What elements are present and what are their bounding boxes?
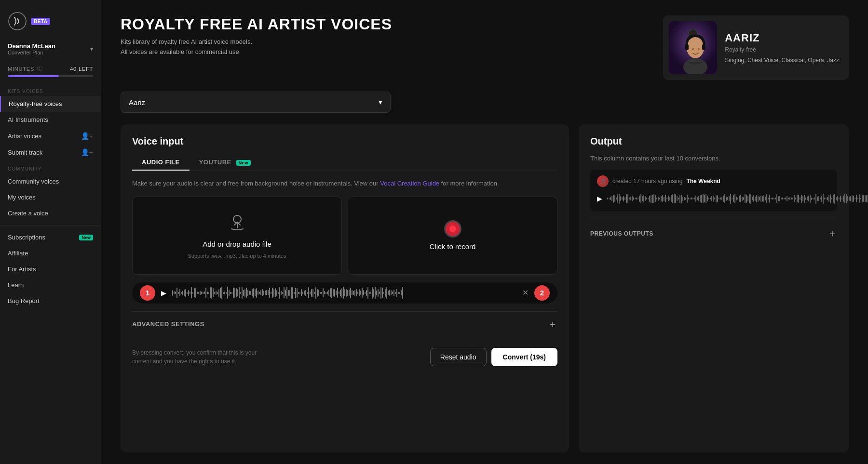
- play-button[interactable]: ▶: [161, 289, 166, 297]
- user-plan: Converter Plan: [8, 50, 55, 55]
- output-play-button[interactable]: ▶: [597, 195, 602, 202]
- kits-voices-section-label: KITS VOICES: [0, 83, 101, 96]
- output-subtitle: This column contains your last 10 conver…: [590, 155, 837, 162]
- tab-audio-file[interactable]: AUDIO FILE: [132, 155, 190, 171]
- step-2-badge: 2: [534, 285, 550, 301]
- sidebar-item-submit-track[interactable]: Submit track 👤+: [0, 144, 101, 160]
- sidebar-item-learn[interactable]: Learn: [0, 277, 101, 293]
- sidebar-item-label: Subscriptions: [8, 234, 45, 241]
- minutes-bar-fill: [8, 75, 59, 77]
- beta-badge: BETA: [31, 18, 50, 25]
- close-audio-button[interactable]: ✕: [522, 288, 529, 297]
- voice-hint: Make sure your audio is clear and free f…: [132, 179, 557, 189]
- sidebar-item-label: Submit track: [8, 149, 42, 156]
- minutes-count: 40 left: [70, 66, 93, 72]
- convert-button[interactable]: Convert (19s): [491, 348, 557, 366]
- step-1-badge: 1: [140, 285, 155, 301]
- svg-rect-6: [702, 44, 705, 50]
- output-panel: Output This column contains your last 10…: [579, 124, 849, 452]
- sidebar-item-label: Create a voice: [8, 210, 48, 217]
- reset-audio-button[interactable]: Reset audio: [430, 348, 487, 366]
- previous-outputs-toggle[interactable]: ＋: [827, 227, 837, 240]
- convert-buttons: Reset audio Convert (19s): [430, 348, 557, 366]
- svg-point-7: [692, 48, 694, 51]
- artist-royalty: Royalty-free: [725, 46, 839, 53]
- selected-voice: Aariz: [129, 98, 145, 106]
- sidebar-item-subscriptions[interactable]: Subscriptions New: [0, 229, 101, 245]
- svg-point-4: [687, 37, 704, 58]
- minutes-section: MINUTES ⓘ 40 left: [0, 59, 101, 83]
- record-button-icon: [444, 220, 461, 238]
- voice-input-panel: Voice input AUDIO FILE YOUTUBE New Make …: [121, 124, 569, 452]
- minutes-bar: [8, 75, 93, 77]
- audio-player-row: 1 ▶ ✕ 2: [132, 282, 557, 304]
- sidebar-item-label: My voices: [8, 194, 36, 201]
- previous-outputs-label: PREVIOUS OUTPUTS: [590, 230, 653, 237]
- add-track-icon: 👤+: [81, 148, 93, 156]
- sidebar-item-community-voices[interactable]: Community voices: [0, 173, 101, 189]
- tab-youtube[interactable]: YOUTUBE New: [190, 155, 260, 171]
- add-user-icon: 👤+: [81, 132, 93, 140]
- advanced-settings-row: ADVANCED SETTINGS ＋: [132, 311, 557, 336]
- upload-audio-box[interactable]: Add or drop audio file Supports .wav, .m…: [132, 197, 342, 275]
- convert-hint: By pressing convert, you confirm that th…: [132, 348, 277, 366]
- sidebar-item-ai-instruments[interactable]: AI Instruments: [0, 112, 101, 128]
- tabs: AUDIO FILE YOUTUBE New: [132, 155, 557, 171]
- output-title: Output: [590, 136, 837, 147]
- output-track-meta: 🎵 created 17 hours ago using The Weeknd: [597, 175, 830, 187]
- output-waveform: [607, 192, 868, 205]
- sidebar-item-create-a-voice[interactable]: Create a voice: [0, 205, 101, 221]
- artist-info: AARIZ Royalty-free Singing, Chest Voice,…: [725, 32, 839, 64]
- content-row: Voice input AUDIO FILE YOUTUBE New Make …: [101, 124, 868, 464]
- hero-text: ROYALTY FREE AI ARTIST VOICES Kits libra…: [121, 15, 392, 57]
- upload-icon: [228, 212, 247, 235]
- sidebar-item-affiliate[interactable]: Affiliate: [0, 245, 101, 261]
- minutes-label-text: MINUTES: [8, 66, 34, 72]
- advanced-settings-toggle[interactable]: ＋: [548, 318, 557, 331]
- track-avatar: 🎵: [597, 175, 609, 187]
- sidebar-item-my-voices[interactable]: My voices: [0, 189, 101, 205]
- hero-section: ROYALTY FREE AI ARTIST VOICES Kits libra…: [101, 0, 868, 92]
- info-icon: ⓘ: [37, 65, 43, 72]
- logo-area: BETA: [0, 8, 101, 39]
- output-player: ▶ ⬇ ⊞ 🔗: [597, 192, 830, 205]
- sidebar-item-artist-voices[interactable]: Artist voices 👤+: [0, 128, 101, 144]
- track-created-text: created 17 hours ago using: [612, 178, 682, 185]
- sidebar-item-label: Community voices: [8, 178, 59, 185]
- sidebar-item-royalty-free-voices[interactable]: Royalty-free voices: [0, 96, 101, 112]
- voice-input-title: Voice input: [132, 136, 557, 147]
- advanced-settings-label: ADVANCED SETTINGS: [132, 320, 204, 328]
- sidebar-item-label: Royalty-free voices: [9, 100, 62, 107]
- voice-select-section: Aariz ▾: [121, 92, 849, 113]
- user-name: Deanna McLean: [8, 42, 55, 50]
- main-content: ROYALTY FREE AI ARTIST VOICES Kits libra…: [101, 0, 868, 464]
- user-menu[interactable]: Deanna McLean Converter Plan ▾: [0, 39, 101, 59]
- kits-logo: [8, 12, 27, 31]
- convert-row: By pressing convert, you confirm that th…: [132, 344, 557, 366]
- upload-label: Add or drop audio file: [203, 240, 271, 248]
- sidebar-item-label: AI Instruments: [8, 116, 48, 123]
- voice-dropdown[interactable]: Aariz ▾: [121, 92, 391, 113]
- artist-card: AARIZ Royalty-free Singing, Chest Voice,…: [663, 15, 849, 80]
- svg-point-8: [698, 48, 700, 51]
- artist-avatar: [669, 21, 717, 74]
- youtube-new-badge: New: [236, 160, 251, 166]
- sidebar-item-for-artists[interactable]: For Artists: [0, 261, 101, 277]
- upload-area-row: Add or drop audio file Supports .wav, .m…: [132, 197, 557, 275]
- record-box[interactable]: Click to record: [348, 197, 557, 275]
- sidebar: BETA Deanna McLean Converter Plan ▾ MINU…: [0, 0, 101, 464]
- page-title: ROYALTY FREE AI ARTIST VOICES: [121, 15, 392, 33]
- record-label: Click to record: [430, 242, 476, 251]
- dropdown-chevron-icon: ▾: [379, 98, 382, 106]
- sidebar-item-label: Bug Report: [8, 297, 40, 305]
- new-badge: New: [79, 235, 93, 240]
- sidebar-item-bug-report[interactable]: Bug Report: [0, 293, 101, 309]
- output-track: 🎵 created 17 hours ago using The Weeknd …: [590, 170, 837, 211]
- vocal-guide-link[interactable]: Vocal Creation Guide: [380, 180, 439, 187]
- chevron-down-icon: ▾: [90, 46, 93, 53]
- audio-waveform: [172, 285, 516, 301]
- upload-sub: Supports .wav, .mp3, .flac up to 4 minut…: [188, 253, 286, 259]
- sidebar-item-label: Learn: [8, 281, 24, 289]
- hero-desc: Kits library of royalty free AI artist v…: [121, 37, 392, 57]
- svg-rect-5: [685, 44, 689, 50]
